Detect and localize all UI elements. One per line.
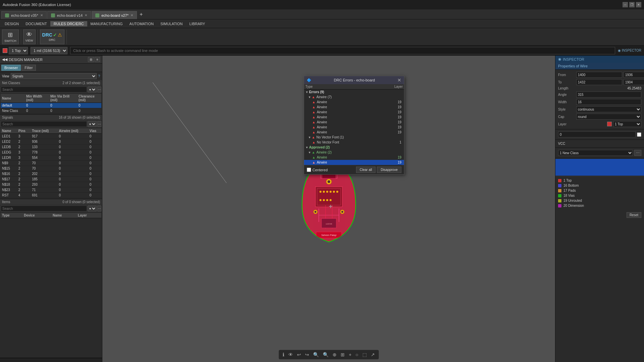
canvas-btn-circle[interactable]: ○ <box>354 351 359 358</box>
browser-tab[interactable]: Browser <box>1 65 21 71</box>
table-row[interactable]: LEDR355400 <box>1 155 101 161</box>
list-item[interactable]: ▲Airwire19 <box>304 125 404 130</box>
canvas-btn-zoom-out[interactable]: 🔍 <box>312 351 320 358</box>
tab-echo-board-v35[interactable]: echo-board v35* ✕ <box>1 11 47 19</box>
canvas-btn-eye[interactable]: 👁 <box>287 351 294 358</box>
items-options-btn[interactable]: ⋯ <box>97 205 101 212</box>
to-x-input[interactable] <box>576 79 622 85</box>
net-classes-search[interactable] <box>1 86 87 93</box>
style-select[interactable]: continuous longdash shortdash dashdot <box>576 106 641 112</box>
switch-button[interactable]: ⊞ SWITCH <box>2 29 19 44</box>
view-help-icon[interactable]: ? <box>98 74 100 78</box>
table-row[interactable]: LED2293600 <box>1 139 101 144</box>
drc-button[interactable]: DRC ✓ ⚠ DRC <box>40 29 64 44</box>
canvas-btn-zoom-in[interactable]: 🔍 <box>321 351 330 358</box>
tab-echo-board-v14[interactable]: echo-board v14 ✕ <box>47 11 91 19</box>
canvas-btn-grid[interactable]: ⊞ <box>339 351 346 358</box>
reset-button[interactable]: Reset <box>627 212 641 218</box>
menu-simulation[interactable]: SIMULATION <box>157 21 186 26</box>
tab-close-v35[interactable]: ✕ <box>40 13 43 17</box>
menu-automation[interactable]: AUTOMATION <box>126 21 157 26</box>
net-class-options-btn[interactable]: ⋯ <box>634 150 641 156</box>
canvas-btn-add[interactable]: + <box>347 351 353 358</box>
restore-button[interactable]: ❐ <box>629 2 635 7</box>
canvas-btn-info[interactable]: ℹ <box>281 351 286 358</box>
layer-row-vias[interactable]: 18 Vias <box>557 193 643 198</box>
menu-library[interactable]: LIBRARY <box>186 21 208 26</box>
net-classes-options-btn[interactable]: ⋯ <box>97 86 101 93</box>
signals-options-btn[interactable]: ⋯ <box>97 121 101 127</box>
table-row[interactable]: N$927000 <box>1 161 101 166</box>
list-item[interactable]: ▲Airwire19 <box>304 155 404 160</box>
minimize-button[interactable]: ─ <box>623 2 628 7</box>
table-row[interactable]: LEDG377800 <box>1 150 101 155</box>
table-row[interactable]: N$2327100 <box>1 187 101 193</box>
extra-checkbox[interactable] <box>637 132 641 137</box>
angle-input[interactable] <box>576 92 641 98</box>
drc-approved-group[interactable]: ▼Approved (2) <box>304 145 404 150</box>
menu-manufacturing[interactable]: MANUFACTURING <box>87 21 126 26</box>
list-item[interactable]: ▲Airwire19 <box>304 100 404 105</box>
unit-select[interactable]: 1 mil (3166 513) <box>31 47 67 54</box>
signals-filter-select[interactable]: ▾ <box>88 121 97 127</box>
view-dropdown[interactable]: Signals <box>11 73 97 79</box>
table-row[interactable]: default 0 0 0 <box>1 103 101 108</box>
close-button[interactable]: ✕ <box>636 2 641 7</box>
list-item[interactable]: ▲Airwire19 <box>304 110 404 115</box>
canvas-btn-zoom-fit[interactable]: ⊕ <box>331 351 338 358</box>
drc-errors-group[interactable]: ▼Errors (9) <box>304 89 404 95</box>
width-input[interactable] <box>576 99 641 105</box>
view-button[interactable]: 👁 VIEW <box>23 29 36 44</box>
canvas-area[interactable]: Saheen Palayi LEDFAB + 🔷 DRC Errors - ec… <box>102 56 555 362</box>
table-row[interactable]: N$18229300 <box>1 182 101 187</box>
from-y-input[interactable] <box>624 72 644 78</box>
centered-checkbox[interactable] <box>307 168 311 172</box>
filter-tab[interactable]: Filter <box>21 65 36 71</box>
new-tab-button[interactable]: + <box>138 11 145 17</box>
layer-row-bottom[interactable]: 16 Bottom <box>557 183 643 188</box>
table-row[interactable]: RST469100 <box>1 193 101 198</box>
disapprove-button[interactable]: Disapprove <box>377 167 401 173</box>
canvas-btn-redo[interactable]: ↪ <box>304 351 310 358</box>
dm-icon-btn1[interactable]: ⊞ <box>88 57 94 62</box>
table-row[interactable]: N$17218500 <box>1 177 101 182</box>
tab-close-v14[interactable]: ✕ <box>85 13 87 17</box>
signals-search[interactable] <box>1 121 87 127</box>
layer-row-top[interactable]: 1 Top <box>557 178 643 183</box>
table-row[interactable]: N$1527000 <box>1 166 101 171</box>
clear-all-button[interactable]: Clear all <box>356 167 376 173</box>
tab-echo-board-v27[interactable]: echo-board v27* ✕ <box>92 11 137 19</box>
table-row[interactable]: New Class 0 0 0 <box>1 108 101 114</box>
layer-row-dimension[interactable]: 20 Dimension <box>557 203 643 208</box>
layer-row-pads[interactable]: 17 Pads <box>557 188 643 193</box>
drc-airwire-group[interactable]: ▼▲Airwire (7) <box>304 95 404 100</box>
tab-close-v27[interactable]: ✕ <box>131 13 133 17</box>
layer-row-unrouted[interactable]: 19 Unrouted <box>557 198 643 203</box>
drc-dialog-close[interactable]: ✕ <box>397 77 401 83</box>
canvas-btn-undo[interactable]: ↩ <box>296 351 302 358</box>
command-input[interactable] <box>70 47 615 54</box>
list-item[interactable]: ▲Airwire19 <box>304 115 404 120</box>
net-classes-filter-select[interactable]: ▾ <box>88 86 97 93</box>
to-y-input[interactable] <box>624 79 644 85</box>
menu-document[interactable]: DOCUMENT <box>22 21 50 26</box>
list-item[interactable]: ▲Airwire19 <box>304 120 404 125</box>
dm-icon-btn2[interactable]: ≡ <box>95 57 100 62</box>
table-row[interactable]: LED1391700 <box>1 134 101 139</box>
items-search[interactable] <box>1 205 87 212</box>
drc-approved-airwire-group[interactable]: ▼▲Airwire (2) <box>304 150 404 155</box>
list-item[interactable]: ▲Airwire19 <box>304 130 404 135</box>
list-item[interactable]: ▲Airwire19 <box>304 105 404 110</box>
value-zero-input[interactable] <box>558 131 636 137</box>
drc-novectorfont-group[interactable]: ▼▲No Vector Font (1) <box>304 135 404 140</box>
collapse-icon[interactable]: ◀◀ <box>2 57 7 62</box>
layer-insp-select[interactable]: 1 Top 16 Bottom 17 Pads 18 Vias 19 Unrou… <box>613 121 641 127</box>
layer-select[interactable]: 1 Top <box>9 47 28 54</box>
sidebar-scrollbar[interactable] <box>0 358 102 362</box>
table-row[interactable]: LEDB213300 <box>1 144 101 150</box>
table-row[interactable]: N$16220200 <box>1 171 101 177</box>
cap-select[interactable]: round flat <box>576 114 641 120</box>
list-item[interactable]: ▲Airwire19 <box>304 160 404 165</box>
canvas-btn-select[interactable]: ⬚ <box>361 351 368 358</box>
menu-design[interactable]: DESIGN <box>1 21 22 26</box>
